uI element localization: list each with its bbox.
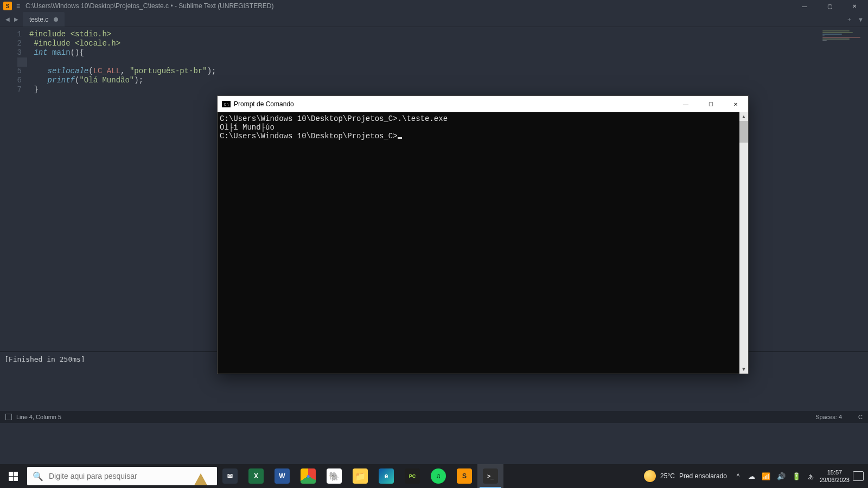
cmd-close-button[interactable]: ✕: [723, 96, 748, 112]
tray-onedrive-icon[interactable]: ☁: [748, 472, 755, 480]
tab-bar: ◀ ▶ teste.c ＋ ▼: [0, 12, 868, 27]
hamburger-icon[interactable]: ≡: [16, 2, 20, 10]
status-bar: Line 4, Column 5 Spaces: 4 C: [0, 411, 868, 423]
weather-temp: 25°C: [660, 472, 675, 480]
taskbar-app-edge[interactable]: e: [373, 464, 399, 488]
taskbar-app-evernote[interactable]: 🐘: [321, 464, 347, 488]
taskbar-app-word[interactable]: W: [269, 464, 295, 488]
cmd-scrollbar[interactable]: ▲ ▼: [739, 112, 748, 374]
search-decoration-icon: [184, 467, 217, 485]
indent-setting[interactable]: Spaces: 4: [815, 414, 842, 420]
cmd-maximize-button[interactable]: ☐: [698, 96, 723, 112]
tray-wifi-icon[interactable]: 📶: [762, 472, 770, 480]
tray-battery-icon[interactable]: 🔋: [792, 472, 801, 480]
start-button[interactable]: [0, 464, 26, 488]
syntax-setting[interactable]: C: [858, 414, 863, 420]
taskbar-search[interactable]: 🔍: [27, 467, 217, 485]
tray-language-icon[interactable]: ぁ: [807, 471, 814, 481]
notification-center-icon[interactable]: [853, 471, 864, 481]
clock-time: 15:57: [820, 468, 850, 476]
taskbar-weather[interactable]: 25°C Pred ensolarado: [644, 470, 727, 482]
clock-date: 29/06/2023: [820, 476, 850, 484]
close-button[interactable]: ✕: [842, 0, 867, 12]
tray-volume-icon[interactable]: 🔊: [777, 472, 786, 480]
new-tab-icon[interactable]: ＋: [846, 15, 852, 23]
build-output-text: [Finished in 250ms]: [4, 355, 85, 363]
minimap[interactable]: [822, 30, 866, 41]
nav-back-icon[interactable]: ◀: [3, 12, 12, 27]
taskbar-clock[interactable]: 15:57 29/06/2023: [820, 468, 850, 484]
search-input[interactable]: [49, 472, 184, 480]
line-gutter: 1 2 3 4 5 6 7: [0, 27, 27, 351]
scroll-thumb[interactable]: [739, 121, 748, 143]
window-title: C:\Users\Windows 10\Desktop\Projetos_C\t…: [25, 2, 273, 10]
system-tray: ＾ ☁ 📶 🔊 🔋 ぁ: [735, 471, 814, 481]
line-number: 5: [0, 67, 22, 76]
line-number: 6: [0, 76, 22, 85]
tab-dropdown-icon[interactable]: ▼: [858, 16, 864, 23]
maximize-button[interactable]: ▢: [817, 0, 842, 12]
scroll-down-icon[interactable]: ▼: [739, 365, 748, 374]
taskbar-app-pycharm[interactable]: PC: [399, 464, 425, 488]
cmd-icon: C:\: [222, 101, 231, 107]
nav-forward-icon[interactable]: ▶: [12, 12, 21, 27]
minimize-button[interactable]: —: [792, 0, 817, 12]
taskbar-apps: ✉ X W ● 🐘 📁 e PC ♫ S >_: [217, 464, 503, 488]
panel-switcher-icon[interactable]: [5, 414, 12, 420]
cmd-minimize-button[interactable]: —: [673, 96, 698, 112]
windows-taskbar: 🔍 ✉ X W ● 🐘 📁 e PC ♫ S >_ 25°C Pred enso…: [0, 464, 868, 488]
cmd-title: Prompt de Comando: [234, 100, 294, 108]
tray-chevron-icon[interactable]: ＾: [735, 471, 742, 481]
taskbar-app-mail[interactable]: ✉: [217, 464, 243, 488]
taskbar-app-excel[interactable]: X: [243, 464, 269, 488]
line-number: 7: [0, 85, 22, 94]
cmd-terminal[interactable]: C:\Users\Windows 10\Desktop\Projetos_C>.…: [218, 112, 739, 374]
taskbar-app-chrome[interactable]: ●: [295, 464, 321, 488]
dirty-indicator-icon: [54, 17, 58, 22]
taskbar-app-file-explorer[interactable]: 📁: [347, 464, 373, 488]
line-number: 2: [0, 39, 22, 48]
tab-label: teste.c: [29, 16, 48, 23]
taskbar-app-sublime[interactable]: S: [451, 464, 477, 488]
tab-teste-c[interactable]: teste.c: [23, 12, 65, 27]
code-content[interactable]: #include <stdio.h> #include <locale.h> i…: [27, 27, 216, 351]
sublime-logo-icon: S: [3, 2, 12, 10]
cursor-position[interactable]: Line 4, Column 5: [16, 414, 61, 420]
line-number: 1: [0, 30, 22, 39]
weather-text: Pred ensolarado: [679, 472, 727, 480]
cmd-titlebar[interactable]: C:\ Prompt de Comando — ☐ ✕: [218, 96, 748, 112]
windows-logo-icon: [9, 472, 18, 481]
cmd-window[interactable]: C:\ Prompt de Comando — ☐ ✕ C:\Users\Win…: [217, 95, 749, 374]
taskbar-app-cmd[interactable]: >_: [477, 464, 503, 488]
search-icon: 🔍: [33, 471, 43, 481]
weather-sun-icon: [644, 470, 656, 482]
sublime-titlebar[interactable]: S ≡ C:\Users\Windows 10\Desktop\Projetos…: [0, 0, 868, 12]
cursor-icon: [398, 137, 402, 139]
line-number: 3: [0, 48, 22, 57]
taskbar-app-spotify[interactable]: ♫: [425, 464, 451, 488]
scroll-up-icon[interactable]: ▲: [739, 112, 748, 121]
